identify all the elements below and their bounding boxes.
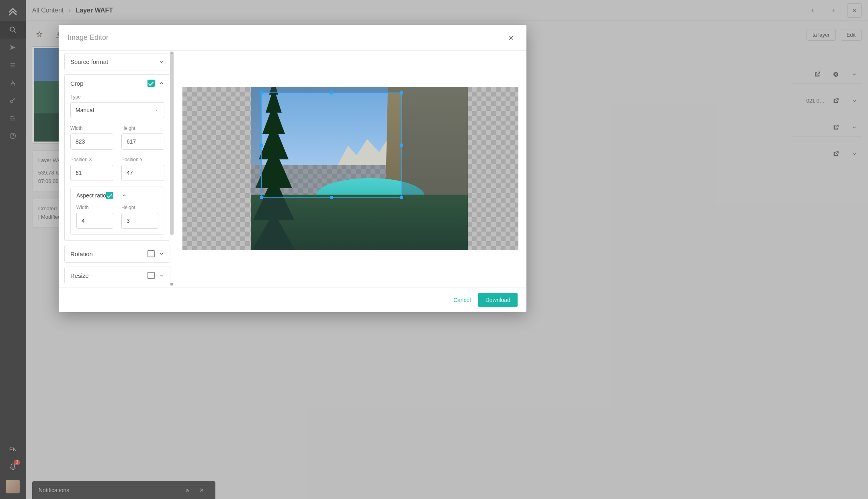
image-canvas[interactable] — [182, 87, 518, 250]
crop-posx-input[interactable]: 61 — [70, 165, 113, 181]
crop-posy-input[interactable]: 47 — [121, 165, 164, 181]
cancel-button[interactable]: Cancel — [453, 297, 471, 303]
resize-toggle[interactable]: Resize — [65, 267, 170, 284]
crop-handle-bm[interactable] — [330, 196, 333, 199]
canvas-area — [174, 51, 526, 287]
resize-label: Resize — [70, 272, 89, 279]
crop-height-input[interactable]: 617 — [121, 133, 164, 150]
chevron-down-icon — [159, 59, 164, 65]
aspect-width-label: Width — [76, 205, 113, 210]
resize-card: Resize — [64, 267, 170, 284]
chevron-up-icon — [159, 80, 164, 86]
crop-type-value: Manual — [76, 107, 94, 113]
crop-handle-br[interactable] — [400, 196, 403, 199]
chevron-up-icon — [121, 193, 127, 198]
chevron-down-icon — [159, 251, 164, 257]
crop-toggle[interactable]: Crop — [65, 75, 170, 92]
rotation-label: Rotation — [70, 251, 93, 257]
aspect-ratio-card: Aspect ratio Width 4 Height — [70, 187, 164, 235]
dropdown-icon — [154, 108, 159, 113]
crop-selection[interactable] — [261, 92, 402, 198]
scrollbar[interactable] — [170, 51, 174, 235]
aspect-height-label: Height — [121, 205, 158, 210]
modal-footer: Cancel Download — [59, 287, 526, 312]
source-format-label: Source format — [70, 58, 108, 65]
modal-close-icon[interactable] — [505, 31, 518, 44]
aspect-height-input[interactable]: 3 — [121, 213, 158, 229]
crop-handle-ml[interactable] — [260, 144, 263, 147]
download-button[interactable]: Download — [478, 293, 518, 307]
source-format-card: Source format — [64, 53, 170, 70]
crop-width-label: Width — [70, 125, 113, 131]
image-editor-modal: Image Editor Source format Crop — [59, 25, 526, 312]
crop-handle-tl[interactable] — [260, 91, 263, 94]
crop-posy-label: Position Y — [121, 157, 164, 162]
crop-checkbox[interactable] — [147, 80, 155, 87]
crop-label: Crop — [70, 80, 84, 87]
modal-header: Image Editor — [59, 25, 526, 51]
crop-type-label: Type — [70, 94, 164, 100]
crop-width-input[interactable]: 823 — [70, 133, 113, 150]
settings-panel: Source format Crop Type Manual — [59, 51, 174, 287]
aspect-ratio-checkbox[interactable] — [106, 192, 113, 199]
crop-posx-label: Position X — [70, 157, 113, 162]
rotation-card: Rotation — [64, 245, 170, 263]
crop-type-select[interactable]: Manual — [70, 102, 164, 118]
modal-title: Image Editor — [68, 33, 108, 42]
crop-handle-mr[interactable] — [400, 144, 403, 147]
crop-handle-tm[interactable] — [330, 91, 333, 94]
rotation-checkbox[interactable] — [147, 250, 155, 257]
source-format-toggle[interactable]: Source format — [65, 53, 170, 70]
aspect-ratio-label: Aspect ratio — [76, 192, 106, 199]
aspect-width-input[interactable]: 4 — [76, 213, 113, 229]
crop-card: Crop Type Manual Width 823 — [64, 74, 170, 241]
crop-height-label: Height — [121, 125, 164, 131]
resize-checkbox[interactable] — [147, 272, 155, 279]
crop-handle-tr[interactable] — [400, 91, 403, 94]
rotation-toggle[interactable]: Rotation — [65, 245, 170, 262]
chevron-down-icon — [159, 273, 164, 278]
crop-handle-bl[interactable] — [260, 196, 263, 199]
